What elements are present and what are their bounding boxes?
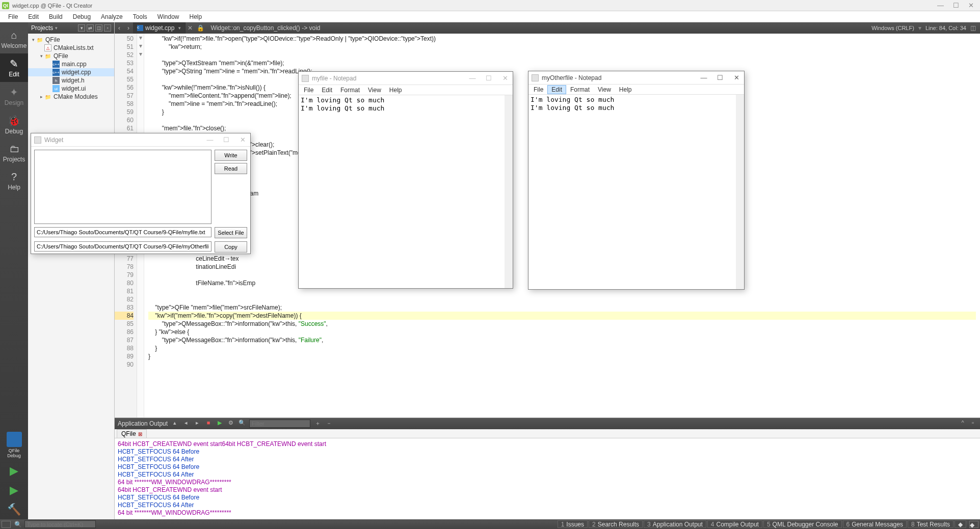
- output-next-icon[interactable]: ▸: [193, 420, 201, 428]
- mode-welcome[interactable]: ⌂Welcome: [0, 25, 28, 53]
- source-line-edit[interactable]: [34, 227, 211, 237]
- pane-general-messages[interactable]: 6General Messages: [843, 520, 907, 528]
- output-content[interactable]: 64bit HCBT_CREATEWND event start64bit HC…: [115, 438, 980, 519]
- notepad1-close-button[interactable]: ✕: [500, 74, 510, 82]
- mode-debug[interactable]: 🐞Debug: [0, 110, 28, 139]
- symbol-breadcrumb[interactable]: Widget::on_copyButton_clicked() -> void: [206, 24, 324, 32]
- widget-close-button[interactable]: ✕: [238, 136, 247, 144]
- project-tree[interactable]: ▾📁QFile△CMakeLists.txt▾📁QFilec++main.cpp…: [28, 34, 114, 103]
- search-icon[interactable]: 🔍: [238, 420, 246, 428]
- pane-qml-debugger-console[interactable]: 5QML Debugger Console: [763, 520, 842, 528]
- notepad1-content[interactable]: I'm loving Qt so much I'm loving Qt so m…: [299, 95, 513, 288]
- minimize-button[interactable]: —: [937, 2, 944, 9]
- close-output-icon[interactable]: ▫: [969, 420, 977, 428]
- cursor-position[interactable]: Line: 84, Col: 34: [925, 25, 966, 31]
- text-edit[interactable]: [34, 150, 211, 224]
- sidebar-toggle-icon[interactable]: [2, 521, 11, 528]
- copy-button[interactable]: Copy: [215, 241, 247, 253]
- link-icon[interactable]: ⇄: [87, 24, 94, 32]
- notepad2-titlebar[interactable]: myOtherfile - Notepad — ☐ ✕: [528, 71, 744, 85]
- split-editor-icon[interactable]: ◫: [970, 24, 976, 32]
- mode-design[interactable]: ✦Design: [0, 82, 28, 110]
- settings-icon[interactable]: ⚙: [227, 420, 235, 428]
- menu-build[interactable]: Build: [44, 12, 68, 22]
- editor-tab[interactable]: c widget.cpp ▾: [133, 22, 186, 34]
- chevron-down-icon[interactable]: ▾: [178, 25, 181, 31]
- widget-min-button[interactable]: —: [205, 136, 215, 144]
- write-button[interactable]: Write: [215, 150, 247, 161]
- progress-toggle-icon[interactable]: ◆: [969, 521, 978, 528]
- tree-item-cmakelists-txt[interactable]: △CMakeLists.txt: [28, 44, 114, 52]
- np2-menu-format[interactable]: Format: [566, 85, 594, 94]
- pane-compile-output[interactable]: 4Compile Output: [707, 520, 762, 528]
- menu-tools[interactable]: Tools: [128, 12, 152, 22]
- tree-item-qfile[interactable]: ▾📁QFile: [28, 36, 114, 44]
- tree-item-widget-h[interactable]: hwidget.h: [28, 76, 114, 85]
- output-up-icon[interactable]: ▴: [171, 420, 179, 428]
- minus-icon[interactable]: －: [325, 420, 333, 428]
- split-icon[interactable]: ◫: [95, 24, 102, 32]
- tree-item-main-cpp[interactable]: c++main.cpp: [28, 60, 114, 68]
- tree-item-cmake-modules[interactable]: ▸📁CMake Modules: [28, 93, 114, 101]
- pane-application-output[interactable]: 3Application Output: [644, 520, 706, 528]
- menu-window[interactable]: Window: [152, 12, 184, 22]
- menu-edit[interactable]: Edit: [23, 12, 44, 22]
- locator-input[interactable]: [24, 520, 96, 528]
- np1-menu-file[interactable]: File: [300, 86, 317, 95]
- output-tab[interactable]: QFile ⊠: [117, 429, 147, 438]
- pane-test-results[interactable]: 8Test Results: [908, 520, 953, 528]
- widget-titlebar[interactable]: Widget — ☐ ✕: [31, 133, 250, 147]
- notepad2-close-button[interactable]: ✕: [732, 74, 741, 81]
- notepad1-min-button[interactable]: —: [468, 74, 477, 82]
- expand-icon[interactable]: ▸: [38, 94, 44, 99]
- np2-menu-view[interactable]: View: [594, 85, 615, 94]
- filter-icon[interactable]: ▾: [78, 24, 85, 32]
- close-panel-icon[interactable]: ▫: [104, 24, 111, 32]
- notepad1-max-button[interactable]: ☐: [484, 74, 493, 82]
- np1-menu-format[interactable]: Format: [336, 86, 364, 95]
- build-button[interactable]: 🔨: [0, 500, 28, 519]
- np2-menu-file[interactable]: File: [529, 85, 547, 94]
- close-button[interactable]: ✕: [968, 2, 974, 9]
- nav-back[interactable]: ‹: [115, 24, 124, 32]
- dropdown-icon[interactable]: ▾: [55, 25, 58, 31]
- notepad1-titlebar[interactable]: myfile - Notepad — ☐ ✕: [299, 72, 513, 85]
- maximize-output-icon[interactable]: ^: [959, 420, 967, 428]
- mode-projects[interactable]: 🗀Projects: [0, 139, 28, 167]
- notepad2-content[interactable]: I'm loving Qt so much I'm loving Qt so m…: [528, 95, 744, 289]
- destination-line-edit[interactable]: [34, 241, 211, 252]
- maximize-button[interactable]: ☐: [953, 2, 959, 9]
- expand-icon[interactable]: ▾: [38, 53, 44, 59]
- output-filter-input[interactable]: [249, 420, 310, 428]
- menu-help[interactable]: Help: [184, 12, 207, 22]
- menu-analyze[interactable]: Analyze: [96, 12, 128, 22]
- tree-item-widget-cpp[interactable]: c++widget.cpp: [28, 68, 114, 76]
- expand-icon[interactable]: ▾: [30, 37, 36, 42]
- menu-debug[interactable]: Debug: [68, 12, 96, 22]
- run-debug-button[interactable]: ▶: [0, 481, 28, 500]
- mode-help[interactable]: ?Help: [0, 167, 28, 195]
- np1-menu-edit[interactable]: Edit: [317, 86, 336, 95]
- rerun-icon[interactable]: ▶: [216, 420, 224, 428]
- stop-icon[interactable]: ■: [204, 420, 213, 428]
- tree-item-widget-ui[interactable]: uiwidget.ui: [28, 85, 114, 93]
- mode-edit[interactable]: ✎Edit: [0, 53, 28, 82]
- np1-menu-help[interactable]: Help: [385, 86, 406, 95]
- np1-menu-view[interactable]: View: [364, 86, 385, 95]
- tree-item-qfile[interactable]: ▾📁QFile: [28, 52, 114, 60]
- nav-forward[interactable]: ›: [124, 24, 133, 32]
- np2-menu-edit[interactable]: Edit: [547, 85, 566, 94]
- widget-max-button[interactable]: ☐: [222, 136, 231, 144]
- pane-issues[interactable]: 1Issues: [558, 520, 588, 528]
- encoding-selector[interactable]: Windows (CRLF): [871, 25, 914, 31]
- output-prev-icon[interactable]: ◂: [182, 420, 190, 428]
- np2-menu-help[interactable]: Help: [615, 85, 636, 94]
- close-tab-icon[interactable]: ⊠: [138, 431, 142, 437]
- add-icon[interactable]: ＋: [313, 420, 322, 428]
- pane-more[interactable]: ◆: [955, 520, 966, 528]
- select-file-button[interactable]: Select File: [215, 227, 247, 238]
- pane-search-results[interactable]: 2Search Results: [589, 520, 643, 528]
- menu-file[interactable]: File: [3, 12, 23, 22]
- tab-close-icon[interactable]: ✕: [186, 24, 195, 32]
- notepad2-min-button[interactable]: —: [699, 74, 708, 81]
